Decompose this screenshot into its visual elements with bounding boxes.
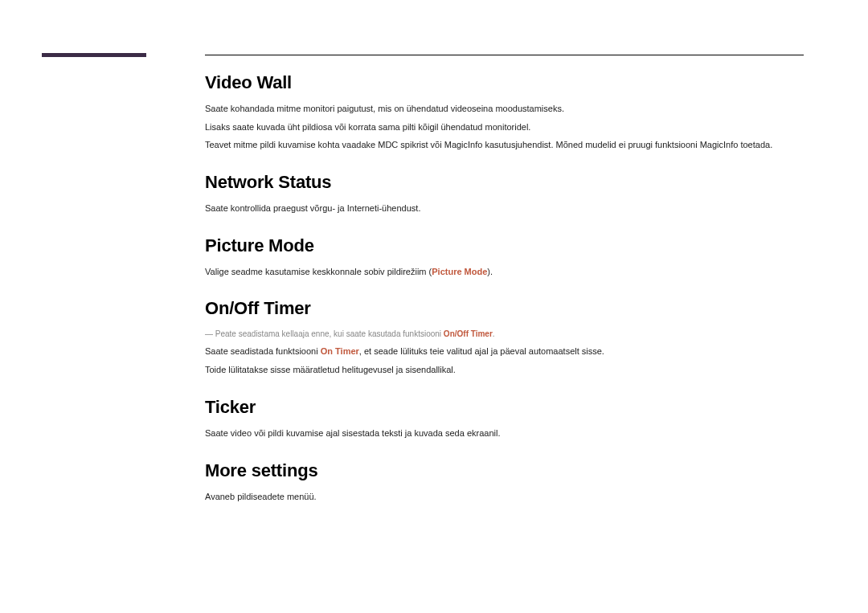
heading-network-status: Network Status [205, 172, 804, 193]
section-picture-mode: Picture Mode Valige seadme kasutamise ke… [205, 235, 804, 280]
on-off-timer-note-accent: On/Off Timer [444, 329, 493, 338]
side-accent-bar [42, 53, 146, 57]
more-settings-p1: Avaneb pildiseadete menüü. [205, 489, 804, 505]
on-off-timer-note: Peate seadistama kellaaja enne, kui saat… [205, 327, 804, 341]
section-video-wall: Video Wall Saate kohandada mitme monitor… [205, 72, 804, 153]
heading-on-off-timer: On/Off Timer [205, 298, 804, 319]
picture-mode-p1: Valige seadme kasutamise keskkonnale sob… [205, 264, 804, 280]
on-off-timer-p2: Toide lülitatakse sisse määratletud heli… [205, 362, 804, 378]
section-network-status: Network Status Saate kontrollida praegus… [205, 172, 804, 216]
on-off-timer-p1-after: , et seade lülituks teie valitud ajal ja… [359, 346, 604, 356]
heading-picture-mode: Picture Mode [205, 235, 804, 256]
main-content: Video Wall Saate kohandada mitme monitor… [205, 72, 804, 523]
video-wall-p3: Teavet mitme pildi kuvamise kohta vaadak… [205, 137, 804, 153]
network-status-p1: Saate kontrollida praegust võrgu- ja Int… [205, 201, 804, 216]
picture-mode-p1-after: ). [487, 267, 493, 276]
on-off-timer-note-after: . [493, 329, 495, 338]
picture-mode-accent: Picture Mode [432, 267, 487, 276]
heading-ticker: Ticker [205, 397, 804, 418]
section-on-off-timer: On/Off Timer Peate seadistama kellaaja e… [205, 298, 804, 377]
video-wall-p1: Saate kohandada mitme monitori paigutust… [205, 101, 804, 116]
top-divider [205, 55, 804, 55]
section-more-settings: More settings Avaneb pildiseadete menüü. [205, 460, 804, 505]
heading-video-wall: Video Wall [205, 72, 804, 93]
picture-mode-p1-before: Valige seadme kasutamise keskkonnale sob… [205, 267, 432, 276]
ticker-p1: Saate video või pildi kuvamise ajal sise… [205, 426, 804, 441]
heading-more-settings: More settings [205, 460, 804, 481]
section-ticker: Ticker Saate video või pildi kuvamise aj… [205, 397, 804, 441]
on-off-timer-p1: Saate seadistada funktsiooni On Timer, e… [205, 344, 804, 359]
on-off-timer-p1-before: Saate seadistada funktsiooni [205, 346, 321, 356]
video-wall-p2: Lisaks saate kuvada üht pildiosa või kor… [205, 120, 804, 135]
on-off-timer-p1-accent: On Timer [321, 346, 359, 356]
on-off-timer-note-before: Peate seadistama kellaaja enne, kui saat… [215, 329, 444, 338]
